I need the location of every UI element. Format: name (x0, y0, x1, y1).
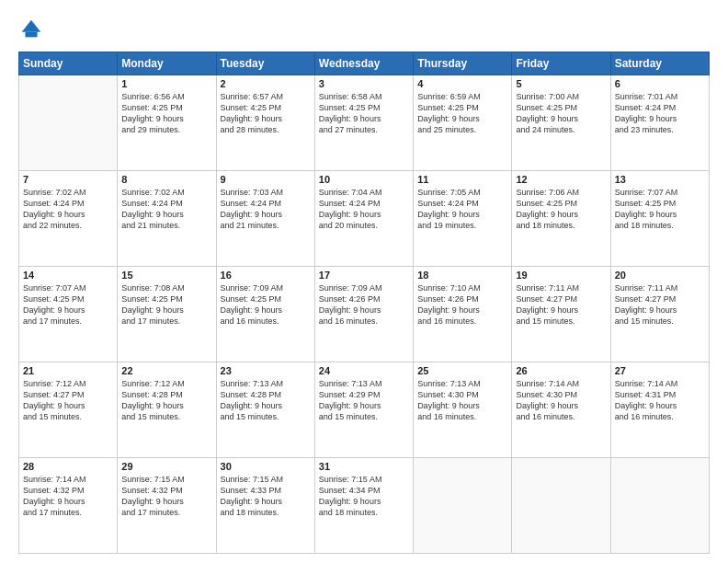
day-info: Sunrise: 7:07 AM Sunset: 4:25 PM Dayligh… (615, 187, 705, 232)
day-number: 16 (221, 270, 311, 281)
day-number: 25 (417, 365, 507, 376)
week-row-5: 28Sunrise: 7:14 AM Sunset: 4:32 PM Dayli… (19, 458, 710, 554)
day-info: Sunrise: 7:03 AM Sunset: 4:24 PM Dayligh… (221, 187, 311, 232)
day-number: 28 (23, 461, 113, 472)
day-info: Sunrise: 7:13 AM Sunset: 4:30 PM Dayligh… (417, 378, 507, 423)
day-info: Sunrise: 7:12 AM Sunset: 4:28 PM Dayligh… (121, 378, 211, 423)
day-cell: 21Sunrise: 7:12 AM Sunset: 4:27 PM Dayli… (19, 362, 118, 458)
week-row-1: 1Sunrise: 6:56 AM Sunset: 4:25 PM Daylig… (19, 75, 710, 171)
day-cell: 4Sunrise: 6:59 AM Sunset: 4:25 PM Daylig… (414, 75, 512, 171)
day-number: 8 (121, 174, 211, 185)
day-info: Sunrise: 7:07 AM Sunset: 4:25 PM Dayligh… (23, 282, 113, 327)
day-info: Sunrise: 7:14 AM Sunset: 4:31 PM Dayligh… (615, 378, 705, 423)
page: SundayMondayTuesdayWednesdayThursdayFrid… (0, 0, 728, 563)
day-cell: 7Sunrise: 7:02 AM Sunset: 4:24 PM Daylig… (19, 171, 118, 267)
day-number: 4 (417, 78, 507, 89)
logo (18, 17, 48, 42)
day-number: 14 (23, 270, 113, 281)
day-cell: 24Sunrise: 7:13 AM Sunset: 4:29 PM Dayli… (314, 362, 413, 458)
day-cell: 27Sunrise: 7:14 AM Sunset: 4:31 PM Dayli… (610, 362, 709, 458)
day-cell: 20Sunrise: 7:11 AM Sunset: 4:27 PM Dayli… (610, 267, 709, 362)
day-cell: 28Sunrise: 7:14 AM Sunset: 4:32 PM Dayli… (19, 458, 118, 554)
day-number: 31 (319, 461, 409, 472)
day-number: 6 (615, 78, 705, 89)
day-info: Sunrise: 7:11 AM Sunset: 4:27 PM Dayligh… (615, 282, 705, 327)
day-cell: 29Sunrise: 7:15 AM Sunset: 4:32 PM Dayli… (118, 458, 216, 554)
day-cell: 14Sunrise: 7:07 AM Sunset: 4:25 PM Dayli… (19, 267, 118, 362)
day-info: Sunrise: 7:01 AM Sunset: 4:24 PM Dayligh… (615, 91, 705, 136)
day-number: 2 (221, 78, 311, 89)
day-cell: 8Sunrise: 7:02 AM Sunset: 4:24 PM Daylig… (118, 171, 216, 267)
day-info: Sunrise: 7:14 AM Sunset: 4:32 PM Dayligh… (23, 474, 113, 519)
week-row-4: 21Sunrise: 7:12 AM Sunset: 4:27 PM Dayli… (19, 362, 710, 458)
day-number: 22 (121, 365, 211, 376)
day-cell: 15Sunrise: 7:08 AM Sunset: 4:25 PM Dayli… (118, 267, 216, 362)
weekday-tuesday: Tuesday (216, 52, 314, 75)
day-info: Sunrise: 6:57 AM Sunset: 4:25 PM Dayligh… (221, 91, 311, 136)
day-info: Sunrise: 7:14 AM Sunset: 4:30 PM Dayligh… (516, 378, 606, 423)
day-cell: 13Sunrise: 7:07 AM Sunset: 4:25 PM Dayli… (610, 171, 709, 267)
day-number: 20 (615, 270, 705, 281)
day-cell: 18Sunrise: 7:10 AM Sunset: 4:26 PM Dayli… (414, 267, 512, 362)
day-number: 3 (319, 78, 409, 89)
day-number: 5 (516, 78, 606, 89)
weekday-header-row: SundayMondayTuesdayWednesdayThursdayFrid… (19, 52, 710, 75)
day-cell (414, 458, 512, 554)
day-number: 30 (221, 461, 311, 472)
week-row-3: 14Sunrise: 7:07 AM Sunset: 4:25 PM Dayli… (19, 267, 710, 362)
day-number: 27 (615, 365, 705, 376)
day-number: 7 (23, 174, 113, 185)
day-cell: 11Sunrise: 7:05 AM Sunset: 4:24 PM Dayli… (414, 171, 512, 267)
day-info: Sunrise: 6:59 AM Sunset: 4:25 PM Dayligh… (417, 91, 507, 136)
day-cell: 30Sunrise: 7:15 AM Sunset: 4:33 PM Dayli… (216, 458, 314, 554)
svg-rect-1 (25, 32, 37, 38)
day-cell (610, 458, 709, 554)
day-info: Sunrise: 7:08 AM Sunset: 4:25 PM Dayligh… (121, 282, 211, 327)
day-cell: 3Sunrise: 6:58 AM Sunset: 4:25 PM Daylig… (314, 75, 413, 171)
day-info: Sunrise: 6:56 AM Sunset: 4:25 PM Dayligh… (121, 91, 211, 136)
weekday-thursday: Thursday (414, 52, 512, 75)
day-info: Sunrise: 7:15 AM Sunset: 4:33 PM Dayligh… (221, 474, 311, 519)
day-cell: 6Sunrise: 7:01 AM Sunset: 4:24 PM Daylig… (610, 75, 709, 171)
day-cell: 10Sunrise: 7:04 AM Sunset: 4:24 PM Dayli… (314, 171, 413, 267)
day-info: Sunrise: 7:05 AM Sunset: 4:24 PM Dayligh… (417, 187, 507, 232)
day-number: 1 (121, 78, 211, 89)
day-info: Sunrise: 6:58 AM Sunset: 4:25 PM Dayligh… (319, 91, 409, 136)
day-cell: 31Sunrise: 7:15 AM Sunset: 4:34 PM Dayli… (314, 458, 413, 554)
day-cell: 1Sunrise: 6:56 AM Sunset: 4:25 PM Daylig… (118, 75, 216, 171)
day-info: Sunrise: 7:06 AM Sunset: 4:25 PM Dayligh… (516, 187, 606, 232)
day-number: 9 (221, 174, 311, 185)
day-cell (512, 458, 610, 554)
day-info: Sunrise: 7:10 AM Sunset: 4:26 PM Dayligh… (417, 282, 507, 327)
day-cell: 2Sunrise: 6:57 AM Sunset: 4:25 PM Daylig… (216, 75, 314, 171)
day-number: 10 (319, 174, 409, 185)
day-info: Sunrise: 7:09 AM Sunset: 4:25 PM Dayligh… (221, 282, 311, 327)
day-info: Sunrise: 7:13 AM Sunset: 4:28 PM Dayligh… (221, 378, 311, 423)
weekday-friday: Friday (512, 52, 610, 75)
day-number: 23 (221, 365, 311, 376)
day-cell: 16Sunrise: 7:09 AM Sunset: 4:25 PM Dayli… (216, 267, 314, 362)
day-cell: 22Sunrise: 7:12 AM Sunset: 4:28 PM Dayli… (118, 362, 216, 458)
day-info: Sunrise: 7:13 AM Sunset: 4:29 PM Dayligh… (319, 378, 409, 423)
day-number: 11 (417, 174, 507, 185)
day-cell: 23Sunrise: 7:13 AM Sunset: 4:28 PM Dayli… (216, 362, 314, 458)
day-info: Sunrise: 7:12 AM Sunset: 4:27 PM Dayligh… (23, 378, 113, 423)
day-number: 29 (121, 461, 211, 472)
weekday-sunday: Sunday (19, 52, 118, 75)
day-info: Sunrise: 7:02 AM Sunset: 4:24 PM Dayligh… (23, 187, 113, 232)
day-cell: 19Sunrise: 7:11 AM Sunset: 4:27 PM Dayli… (512, 267, 610, 362)
day-number: 12 (516, 174, 606, 185)
calendar-table: SundayMondayTuesdayWednesdayThursdayFrid… (18, 52, 710, 554)
logo-icon (18, 17, 44, 42)
weekday-monday: Monday (118, 52, 216, 75)
day-info: Sunrise: 7:00 AM Sunset: 4:25 PM Dayligh… (516, 91, 606, 136)
day-number: 24 (319, 365, 409, 376)
svg-marker-0 (22, 20, 41, 32)
day-info: Sunrise: 7:11 AM Sunset: 4:27 PM Dayligh… (516, 282, 606, 327)
day-info: Sunrise: 7:04 AM Sunset: 4:24 PM Dayligh… (319, 187, 409, 232)
day-info: Sunrise: 7:15 AM Sunset: 4:34 PM Dayligh… (319, 474, 409, 519)
week-row-2: 7Sunrise: 7:02 AM Sunset: 4:24 PM Daylig… (19, 171, 710, 267)
day-number: 18 (417, 270, 507, 281)
header (18, 17, 710, 42)
day-number: 26 (516, 365, 606, 376)
